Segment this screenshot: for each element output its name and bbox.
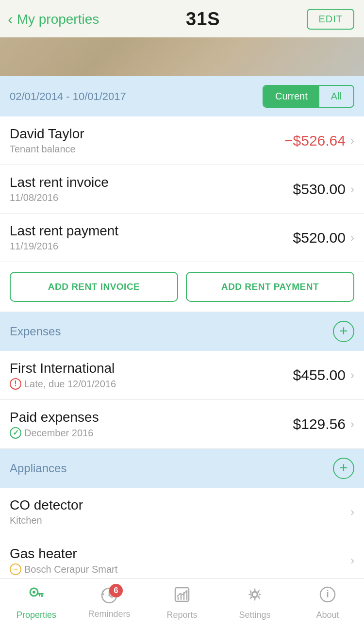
svg-rect-3 bbox=[41, 595, 43, 597]
tenant-subtitle: Tenant balance bbox=[10, 144, 84, 155]
add-appliance-button[interactable]: + bbox=[333, 458, 354, 479]
paid-expenses-amount-area: $129.56 › bbox=[293, 416, 354, 432]
first-international-title: First International bbox=[10, 361, 116, 376]
add-expense-button[interactable]: + bbox=[333, 321, 354, 342]
gas-heater-title: Gas heater bbox=[10, 546, 117, 562]
first-international-status-label: Late, due 12/01/2016 bbox=[24, 379, 116, 390]
gas-heater-status: → Bosch Cerapur Smart bbox=[10, 563, 117, 575]
tenant-balance: −$526.64 bbox=[284, 132, 346, 149]
nav-item-settings[interactable]: Settings bbox=[218, 579, 291, 628]
last-invoice-title: Last rent invoice bbox=[10, 175, 109, 190]
paid-expenses-amount: $129.56 bbox=[293, 416, 346, 432]
nav-about-label: About bbox=[316, 610, 339, 620]
first-international-amount-area: $455.00 › bbox=[293, 367, 354, 383]
tenant-info: David Taylor Tenant balance bbox=[10, 126, 84, 155]
expenses-section-header: Expenses + bbox=[0, 312, 364, 351]
clock-icon: → bbox=[10, 563, 21, 575]
last-payment-title: Last rent payment bbox=[10, 223, 118, 239]
last-invoice-info: Last rent invoice 11/08/2016 bbox=[10, 175, 109, 203]
svg-rect-4 bbox=[39, 595, 40, 596]
last-payment-info: Last rent payment 11/19/2016 bbox=[10, 223, 118, 252]
reminders-badge: 6 bbox=[109, 584, 123, 597]
chevron-right-icon: › bbox=[350, 182, 354, 196]
page-title: 31S bbox=[186, 9, 220, 30]
toggle-current-button[interactable]: Current bbox=[264, 86, 319, 107]
tenant-balance-area: −$526.64 › bbox=[284, 132, 354, 149]
first-international-info: First International ! Late, due 12/01/20… bbox=[10, 361, 116, 390]
action-buttons: ADD RENT INVOICE ADD RENT PAYMENT bbox=[0, 262, 364, 312]
co-detector-chevron-area: › bbox=[350, 505, 354, 519]
paid-expenses-info: Paid expenses ✓ December 2016 bbox=[10, 410, 99, 439]
svg-rect-2 bbox=[37, 593, 44, 595]
add-rent-payment-button[interactable]: ADD RENT PAYMENT bbox=[186, 272, 354, 302]
appliances-section-header: Appliances + bbox=[0, 449, 364, 488]
date-bar: 02/01/2014 - 10/01/2017 Current All bbox=[0, 76, 364, 116]
gas-heater-row[interactable]: Gas heater → Bosch Cerapur Smart › bbox=[0, 536, 364, 585]
paid-expenses-status: ✓ December 2016 bbox=[10, 427, 99, 439]
nav-item-about[interactable]: i About bbox=[291, 579, 364, 628]
filter-toggle: Current All bbox=[263, 85, 354, 108]
back-button[interactable]: ‹ My properties bbox=[8, 10, 99, 28]
gas-heater-info: Gas heater → Bosch Cerapur Smart bbox=[10, 546, 117, 575]
reminders-icon-wrap: 6 bbox=[100, 587, 118, 606]
about-icon: i bbox=[319, 586, 336, 607]
co-detector-row[interactable]: CO detector Kitchen › bbox=[0, 488, 364, 536]
property-image bbox=[0, 37, 364, 76]
paid-expenses-row[interactable]: Paid expenses ✓ December 2016 $129.56 › bbox=[0, 400, 364, 449]
chevron-right-icon: › bbox=[350, 231, 354, 245]
chevron-right-icon: › bbox=[350, 368, 354, 382]
expenses-section-title: Expenses bbox=[10, 325, 61, 338]
chevron-right-icon: › bbox=[350, 505, 354, 519]
gas-heater-chevron-area: › bbox=[350, 554, 354, 567]
header: ‹ My properties 31S EDIT bbox=[0, 0, 364, 37]
svg-point-1 bbox=[33, 591, 35, 594]
last-rent-invoice-row[interactable]: Last rent invoice 11/08/2016 $530.00 › bbox=[0, 165, 364, 214]
paid-expenses-title: Paid expenses bbox=[10, 410, 99, 425]
chevron-right-icon: › bbox=[350, 134, 354, 148]
first-international-amount: $455.00 bbox=[293, 367, 346, 383]
warning-icon: ! bbox=[10, 378, 21, 390]
add-rent-invoice-button[interactable]: ADD RENT INVOICE bbox=[10, 272, 178, 302]
nav-item-properties[interactable]: Properties bbox=[0, 579, 73, 628]
co-detector-info: CO detector Kitchen bbox=[10, 497, 83, 526]
chevron-right-icon: › bbox=[350, 554, 354, 567]
svg-point-14 bbox=[252, 592, 257, 597]
first-international-status: ! Late, due 12/01/2016 bbox=[10, 378, 116, 390]
settings-icon bbox=[246, 586, 264, 607]
last-payment-date: 11/19/2016 bbox=[10, 241, 118, 252]
co-detector-subtitle: Kitchen bbox=[10, 515, 83, 526]
last-payment-amount: $520.00 bbox=[293, 230, 346, 246]
key-icon bbox=[28, 586, 45, 607]
chevron-left-icon: ‹ bbox=[8, 10, 13, 28]
svg-text:i: i bbox=[326, 589, 329, 599]
first-international-row[interactable]: First International ! Late, due 12/01/20… bbox=[0, 351, 364, 400]
nav-item-reminders[interactable]: 6 Reminders bbox=[73, 579, 146, 628]
last-invoice-date: 11/08/2016 bbox=[10, 192, 109, 203]
tenant-row[interactable]: David Taylor Tenant balance −$526.64 › bbox=[0, 116, 364, 165]
back-label: My properties bbox=[17, 12, 99, 27]
tenant-name: David Taylor bbox=[10, 126, 84, 142]
toggle-all-button[interactable]: All bbox=[319, 86, 353, 107]
last-payment-amount-area: $520.00 › bbox=[293, 230, 354, 246]
bottom-navigation: Properties 6 Reminders Repor bbox=[0, 578, 364, 628]
check-icon: ✓ bbox=[10, 427, 21, 439]
date-range: 02/01/2014 - 10/01/2017 bbox=[10, 90, 126, 103]
edit-button[interactable]: EDIT bbox=[307, 9, 354, 30]
gas-heater-subtitle: Bosch Cerapur Smart bbox=[24, 564, 117, 575]
nav-properties-label: Properties bbox=[17, 610, 56, 620]
plus-icon: + bbox=[339, 324, 348, 338]
reports-icon bbox=[173, 586, 191, 607]
appliances-section-title: Appliances bbox=[10, 462, 66, 475]
co-detector-title: CO detector bbox=[10, 497, 83, 513]
last-invoice-amount: $530.00 bbox=[293, 181, 346, 198]
plus-icon: + bbox=[339, 461, 348, 475]
last-rent-payment-row[interactable]: Last rent payment 11/19/2016 $520.00 › bbox=[0, 214, 364, 262]
nav-reports-label: Reports bbox=[166, 610, 197, 620]
nav-reminders-label: Reminders bbox=[88, 609, 130, 619]
last-invoice-amount-area: $530.00 › bbox=[293, 181, 354, 198]
nav-settings-label: Settings bbox=[239, 610, 270, 620]
paid-expenses-status-label: December 2016 bbox=[24, 428, 93, 439]
chevron-right-icon: › bbox=[350, 417, 354, 431]
nav-item-reports[interactable]: Reports bbox=[146, 579, 218, 628]
